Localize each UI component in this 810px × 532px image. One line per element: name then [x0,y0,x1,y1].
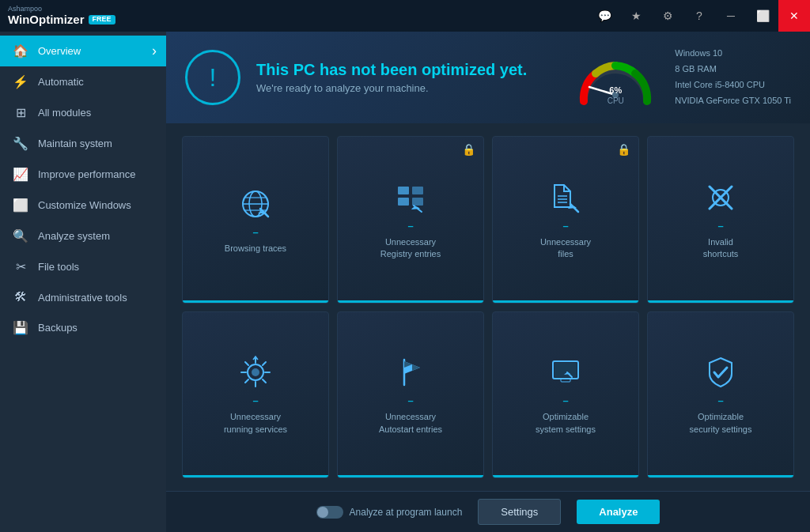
system-cpu: Intel Core i5-8400 CPU [675,77,791,93]
home-icon: 🏠 [13,43,28,58]
sidebar-item-overview[interactable]: 🏠 Overview [0,36,166,66]
tiles-area: – Browsing traces 🔒 – [166,123,810,491]
sidebar-item-all-modules[interactable]: ⊞ All modules [0,97,166,128]
tile-unnecessary-services[interactable]: – Unnecessaryrunning services [182,311,329,479]
svg-rect-24 [555,363,577,377]
browsing-traces-label: Browsing traces [225,243,286,255]
admin-icon: 🛠 [13,290,28,304]
tile-optimizable-security[interactable]: – Optimizablesecurity settings [647,311,794,479]
sidebar-label-overview: Overview [38,45,81,57]
sidebar-label-improve: Improve performance [38,168,136,180]
tile-invalid-shortcuts[interactable]: – Invalidshortcuts [647,136,794,304]
sidebar-item-improve[interactable]: 📈 Improve performance [0,159,166,190]
tiles-grid: – Browsing traces 🔒 – [182,136,794,478]
sidebar-label-backups: Backups [38,322,78,334]
sidebar: 🏠 Overview ⚡ Automatic ⊞ All modules 🔧 M… [0,32,166,532]
help-button[interactable]: ? [683,0,715,32]
app-name: WinOptimizer [8,13,85,27]
svg-rect-8 [398,187,409,194]
cpu-label: CPU [608,96,624,105]
files-icon [548,180,583,215]
security-settings-label: Optimizablesecurity settings [690,411,752,436]
autostart-label: UnnecessaryAutostart entries [379,411,442,436]
warning-icon: ! [185,50,240,105]
autostart-icon [393,355,428,390]
banner-text: This PC has not been optimized yet. We'r… [256,61,527,94]
toggle-area: Analyze at program launch [316,506,463,519]
system-info: Windows 10 8 GB RAM Intel Core i5-8400 C… [675,46,791,108]
sidebar-label-admin-tools: Administrative tools [38,292,127,304]
registry-value: – [407,220,413,232]
analyze-button[interactable]: Analyze [577,500,660,524]
lock-icon-files: 🔒 [617,143,630,156]
browsing-traces-value: – [252,226,258,238]
auto-icon: ⚡ [13,74,28,89]
maximize-button[interactable]: ⬜ [747,0,778,32]
file-tools-icon: ✂ [13,259,28,274]
minimize-button[interactable]: ─ [715,0,747,32]
content-area: ! This PC has not been optimized yet. We… [166,32,810,532]
sidebar-label-maintain: Maintain system [38,138,112,149]
sidebar-label-analyze: Analyze system [38,230,110,242]
app-logo: Ashampoo WinOptimizer FREE [8,6,115,26]
close-button[interactable]: ✕ [778,0,810,32]
sidebar-item-automatic[interactable]: ⚡ Automatic [0,66,166,97]
header-banner: ! This PC has not been optimized yet. We… [166,32,810,123]
sidebar-item-backups[interactable]: 💾 Backups [0,312,166,343]
modules-icon: ⊞ [13,105,28,120]
chat-button[interactable]: 💬 [589,0,620,32]
auto-analyze-toggle[interactable] [316,506,343,519]
sidebar-item-maintain[interactable]: 🔧 Maintain system [0,128,166,159]
window-controls: 💬 ★ ⚙ ? ─ ⬜ ✕ [589,0,810,32]
tile-browsing-traces[interactable]: – Browsing traces [182,136,329,304]
system-os: Windows 10 [675,46,791,62]
svg-rect-9 [398,198,409,206]
sidebar-label-customize: Customize Windows [38,199,131,211]
globe-icon [238,187,273,221]
registry-label: UnnecessaryRegistry entries [380,236,441,261]
improve-icon: 📈 [13,167,28,182]
lock-icon-registry: 🔒 [462,143,475,156]
sidebar-item-file-tools[interactable]: ✂ File tools [0,251,166,282]
system-settings-icon [548,355,583,390]
banner-subtitle: We're ready to analyze your machine. [256,82,527,94]
system-gpu: NVIDIA GeForce GTX 1050 Ti [675,93,791,109]
title-bar: Ashampoo WinOptimizer FREE 💬 ★ ⚙ ? ─ ⬜ ✕ [0,0,810,32]
tile-optimizable-system[interactable]: – Optimizablesystem settings [492,311,639,479]
settings-button[interactable]: Settings [478,499,561,525]
banner-left: ! This PC has not been optimized yet. We… [185,50,527,105]
sidebar-item-customize[interactable]: ⬜ Customize Windows [0,190,166,221]
app-branding: Ashampoo WinOptimizer FREE [8,6,115,26]
sidebar-item-admin-tools[interactable]: 🛠 Administrative tools [0,282,166,312]
services-icon [238,355,273,390]
svg-rect-10 [412,187,423,194]
banner-title: This PC has not been optimized yet. [256,61,527,79]
bottom-bar: Analyze at program launch Settings Analy… [166,491,810,532]
files-label: Unnecessaryfiles [540,236,591,261]
shortcuts-icon [703,180,738,215]
sidebar-label-all-modules: All modules [38,107,91,119]
shortcuts-value: – [717,220,723,232]
tile-unnecessary-autostart[interactable]: – UnnecessaryAutostart entries [337,311,484,479]
files-value: – [562,220,568,232]
security-settings-value: – [717,394,723,406]
star-button[interactable]: ★ [620,0,652,32]
backups-icon: 💾 [13,320,28,335]
system-status-area: 6% CPU Windows 10 8 GB RAM Intel Core i5… [572,46,791,109]
tile-unnecessary-files[interactable]: 🔒 – Unnecessaryfiles [492,136,639,304]
security-icon [703,355,738,390]
shortcuts-label: Invalidshortcuts [703,236,739,261]
customize-icon: ⬜ [13,198,28,213]
free-badge: FREE [89,15,115,25]
services-label: Unnecessaryrunning services [224,411,287,436]
svg-point-21 [252,368,259,376]
tile-unnecessary-registry[interactable]: 🔒 – UnnecessaryRegistry entries [337,136,484,304]
cpu-percent: 6% [609,85,622,95]
system-settings-value: – [562,394,568,406]
system-ram: 8 GB RAM [675,62,791,77]
sidebar-item-analyze[interactable]: 🔍 Analyze system [0,221,166,251]
settings-button[interactable]: ⚙ [652,0,683,32]
sidebar-label-automatic: Automatic [38,76,84,88]
toggle-label: Analyze at program launch [350,507,463,518]
autostart-value: – [407,394,413,406]
